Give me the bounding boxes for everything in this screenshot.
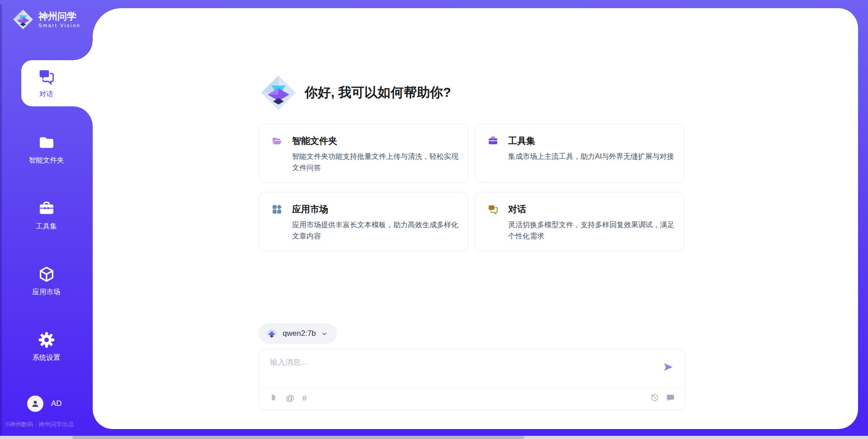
card-app-market[interactable]: 应用市场 应用市场提供丰富长文本模板，助力高效生成多样化文章内容 — [259, 192, 468, 251]
card-title: 应用市场 — [292, 203, 328, 215]
card-description: 灵活切换多模型文件，支持多样回复效果调试，满足个性化需求 — [508, 220, 680, 242]
card-title: 智能文件夹 — [292, 135, 337, 147]
person-icon — [30, 399, 40, 409]
sidebar-item-label: 系统设置 — [0, 353, 93, 363]
sidebar: 神州问学 Smart Vision 对话 智能文件夹 — [0, 0, 93, 439]
sidebar-item-label: 应用市场 — [0, 287, 93, 297]
attachment-icon[interactable] — [269, 393, 278, 402]
brand-subtitle: Smart Vision — [38, 23, 80, 28]
user-initials: AD — [51, 399, 62, 408]
sidebar-item-chat[interactable]: 对话 — [0, 67, 93, 99]
message-input[interactable] — [269, 356, 651, 384]
cube-icon — [38, 265, 56, 283]
composer-divider — [259, 387, 685, 388]
brand-name: 神州问学 — [38, 11, 80, 22]
sidebar-item-label: 智能文件夹 — [0, 156, 93, 165]
sidebar-item-app-market[interactable]: 应用市场 — [0, 265, 93, 297]
sidebar-item-toolset[interactable]: 工具集 — [0, 200, 93, 231]
brand: 神州问学 Smart Vision — [13, 9, 80, 30]
toolbox-icon — [38, 200, 56, 218]
card-description: 集成市场上主流工具，助力AI与外界无缝扩展与对接 — [508, 151, 680, 162]
comment-icon[interactable] — [666, 393, 675, 402]
toolbox-icon — [487, 135, 499, 147]
hero-diamond-logo-icon — [260, 75, 297, 111]
composer-right-tools — [650, 393, 675, 402]
card-chat[interactable]: 对话 灵活切换多模型文件，支持多样回复效果调试，满足个性化需求 — [475, 192, 684, 251]
hero: 你好, 我可以如何帮助你? — [260, 75, 451, 111]
history-icon[interactable] — [650, 393, 659, 402]
sidebar-item-smart-folder[interactable]: 智能文件夹 — [0, 134, 93, 165]
card-title: 工具集 — [508, 135, 535, 147]
brand-diamond-logo-icon — [13, 9, 33, 30]
gear-icon — [38, 331, 56, 349]
card-toolset[interactable]: 工具集 集成市场上主流工具，助力AI与外界无缝扩展与对接 — [475, 124, 684, 183]
chat-icon — [38, 67, 56, 86]
model-name: qwen2:7b — [283, 329, 316, 338]
message-composer: @ # — [259, 349, 685, 410]
copyright-text: ©神州数码 · 神州问学出品 — [5, 420, 74, 429]
chevron-down-icon — [321, 330, 328, 337]
user-profile[interactable]: AD — [27, 396, 62, 412]
card-smart-folder[interactable]: 智能文件夹 智能文件夹功能支持批量文件上传与清洗，轻松实现文件问答 — [259, 124, 468, 183]
sidebar-item-label: 对话 — [0, 90, 93, 99]
chat-icon — [487, 204, 499, 215]
sidebar-item-settings[interactable]: 系统设置 — [0, 331, 93, 363]
folder-open-icon — [271, 135, 283, 147]
greeting-text: 你好, 我可以如何帮助你? — [305, 84, 451, 102]
model-selector[interactable]: qwen2:7b — [259, 323, 337, 344]
card-description: 应用市场提供丰富长文本模板，助力高效生成多样化文章内容 — [292, 220, 464, 242]
horizontal-scrollbar-track[interactable] — [0, 436, 868, 439]
card-description: 智能文件夹功能支持批量文件上传与清洗，轻松实现文件问答 — [292, 151, 464, 174]
main-content: 你好, 我可以如何帮助你? 智能文件夹 智能文件夹功能支持批量文件上传与清洗，轻… — [93, 8, 858, 429]
apps-icon — [271, 204, 283, 215]
app-window: 神州问学 Smart Vision 对话 智能文件夹 — [0, 0, 868, 439]
hash-icon[interactable]: # — [302, 394, 307, 402]
model-diamond-logo-icon — [266, 328, 278, 339]
avatar — [27, 396, 43, 412]
send-icon[interactable] — [662, 361, 674, 373]
horizontal-scrollbar-thumb[interactable] — [72, 436, 524, 439]
card-title: 对话 — [508, 203, 526, 215]
feature-cards: 智能文件夹 智能文件夹功能支持批量文件上传与清洗，轻松实现文件问答 工具集 集成… — [259, 124, 684, 251]
mention-icon[interactable]: @ — [286, 394, 294, 402]
sidebar-item-label: 工具集 — [0, 222, 93, 231]
composer-tools: @ # — [269, 393, 307, 402]
folder-icon — [38, 134, 56, 152]
